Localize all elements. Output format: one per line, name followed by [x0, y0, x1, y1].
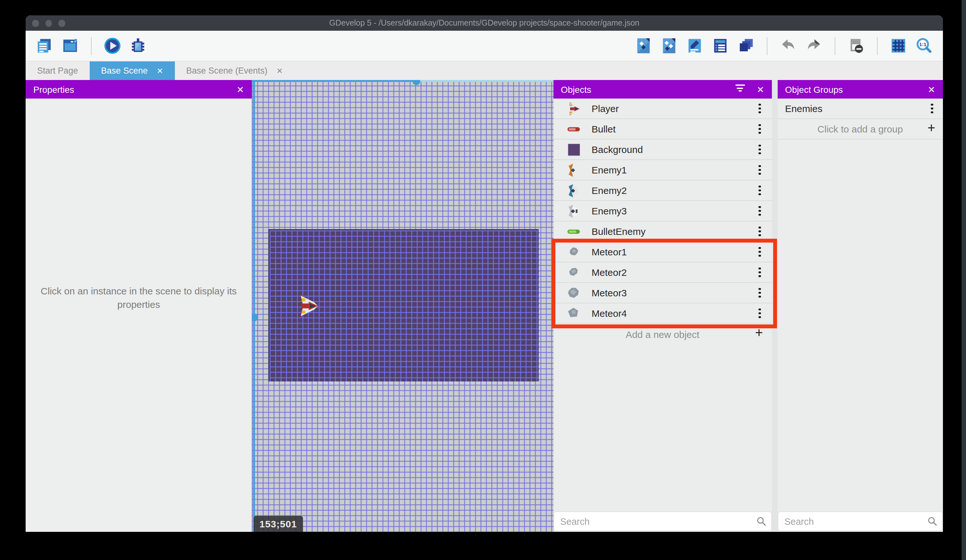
object-row-enemy3[interactable]: Enemy3 [553, 201, 772, 221]
filter-icon[interactable] [735, 85, 745, 94]
zoom-original-icon[interactable]: 1:1 [915, 37, 933, 54]
close-icon[interactable]: ✕ [157, 67, 163, 75]
svg-text:1:1: 1:1 [919, 42, 927, 47]
tab-base-scene[interactable]: Base Scene ✕ [90, 61, 175, 80]
scene-editor-canvas[interactable]: 153;501 [252, 80, 553, 532]
redo-icon[interactable] [805, 37, 823, 54]
player-instance[interactable] [296, 294, 320, 318]
minimize-window-button[interactable] [45, 20, 52, 26]
objects-panel: Objects ✕ Player [553, 80, 772, 532]
tab-label: Base Scene [101, 66, 148, 75]
tab-base-scene-events[interactable]: Base Scene (Events) ✕ [174, 61, 294, 80]
open-properties-icon[interactable] [712, 37, 729, 54]
search-icon [928, 516, 937, 526]
window-title: GDevelop 5 - /Users/dkarakay/Documents/G… [329, 18, 640, 28]
meteor-icon [566, 265, 582, 280]
kebab-menu-icon[interactable] [757, 308, 763, 319]
horizontal-scrollbar-track[interactable] [416, 80, 553, 82]
object-name: Meteor4 [591, 308, 757, 319]
start-page-icon[interactable] [61, 37, 79, 54]
object-row-player[interactable]: Player [553, 98, 772, 119]
properties-panel: Properties ✕ Click on an instance in the… [26, 80, 252, 532]
horizontal-scrollbar-thumb[interactable] [412, 80, 420, 85]
meteor-icon [566, 244, 582, 260]
close-icon[interactable]: ✕ [928, 80, 935, 98]
plus-icon[interactable]: + [755, 325, 763, 341]
object-row-meteor3[interactable]: Meteor3 [553, 283, 772, 303]
close-window-button[interactable] [32, 20, 39, 26]
meteor-icon [566, 285, 582, 300]
enemy2-ship-icon [566, 183, 582, 198]
close-icon[interactable]: ✕ [757, 80, 764, 98]
desktop-edge [961, 0, 966, 560]
add-object-row[interactable]: Add a new object + [553, 324, 772, 344]
edit-object-groups-icon[interactable] [660, 37, 678, 54]
close-icon[interactable]: ✕ [237, 80, 244, 98]
vertical-scrollbar-thumb[interactable] [252, 314, 258, 321]
add-group-label: Click to add a group [817, 123, 903, 134]
object-name: Enemy1 [591, 164, 757, 175]
kebab-menu-icon[interactable] [757, 246, 763, 258]
undo-icon[interactable] [780, 37, 797, 54]
toolbar-left-group [36, 37, 147, 55]
zoom-window-button[interactable] [58, 20, 65, 26]
kebab-menu-icon[interactable] [757, 103, 763, 114]
object-groups-search-input[interactable] [778, 512, 942, 531]
panel-title: Objects [561, 84, 591, 94]
object-row-meteor4[interactable]: Meteor4 [553, 303, 772, 324]
kebab-menu-icon[interactable] [929, 103, 935, 114]
object-row-enemy2[interactable]: Enemy2 [553, 180, 772, 201]
vertical-scrollbar[interactable] [253, 80, 255, 532]
group-row-enemies[interactable]: Enemies [777, 98, 943, 119]
toggle-instances-mask-icon[interactable] [848, 37, 865, 54]
kebab-menu-icon[interactable] [757, 287, 763, 298]
kebab-menu-icon[interactable] [757, 164, 763, 176]
plus-icon[interactable]: + [927, 120, 935, 136]
edit-scene-properties-icon[interactable] [686, 37, 703, 54]
enemy3-ship-icon [566, 203, 582, 219]
toggle-grid-icon[interactable] [890, 37, 907, 54]
object-name: BulletEnemy [591, 226, 757, 237]
tab-start-page[interactable]: Start Page [26, 61, 90, 80]
objects-header: Objects ✕ [553, 80, 772, 98]
objects-search [554, 512, 771, 531]
open-layers-icon[interactable] [737, 37, 755, 54]
object-row-meteor1[interactable]: Meteor1 [553, 242, 772, 262]
kebab-menu-icon[interactable] [757, 226, 763, 237]
main-toolbar: 1:1 [26, 31, 943, 61]
object-row-bulletenemy[interactable]: BulletEnemy [553, 221, 772, 242]
objects-search-input[interactable] [554, 512, 771, 531]
properties-empty-message: Click on an instance in the scene to dis… [30, 285, 248, 311]
object-name: Meteor1 [591, 246, 757, 257]
horizontal-scrollbar[interactable] [252, 80, 416, 82]
project-manager-icon[interactable] [36, 37, 53, 54]
object-name: Meteor2 [591, 267, 757, 278]
kebab-menu-icon[interactable] [757, 185, 763, 196]
object-row-enemy1[interactable]: Enemy1 [553, 160, 772, 180]
enemy-bullet-icon [566, 224, 582, 239]
panel-resizer[interactable] [772, 80, 777, 532]
object-row-meteor2[interactable]: Meteor2 [553, 262, 772, 283]
kebab-menu-icon[interactable] [757, 144, 763, 155]
close-icon[interactable]: ✕ [276, 67, 283, 75]
object-groups-list: Enemies Click to add a group + [777, 98, 943, 139]
add-group-row[interactable]: Click to add a group + [777, 119, 943, 139]
bullet-icon [566, 121, 582, 137]
kebab-menu-icon[interactable] [757, 267, 763, 278]
object-row-background[interactable]: Background [553, 139, 772, 160]
traffic-lights [32, 20, 65, 26]
debug-icon[interactable] [130, 37, 147, 54]
add-object-icon[interactable] [635, 37, 652, 54]
panel-title: Object Groups [785, 84, 843, 94]
object-groups-header: Object Groups ✕ [777, 80, 943, 98]
toolbar-divider [91, 37, 92, 55]
toolbar-right-group: 1:1 [635, 37, 933, 55]
object-name: Meteor3 [591, 287, 757, 298]
properties-header: Properties ✕ [26, 80, 252, 98]
kebab-menu-icon[interactable] [757, 123, 763, 135]
object-row-bullet[interactable]: Bullet [553, 119, 772, 139]
kebab-menu-icon[interactable] [757, 205, 763, 217]
object-groups-search [778, 512, 942, 531]
play-icon[interactable] [104, 37, 121, 54]
tab-label: Start Page [37, 66, 78, 75]
